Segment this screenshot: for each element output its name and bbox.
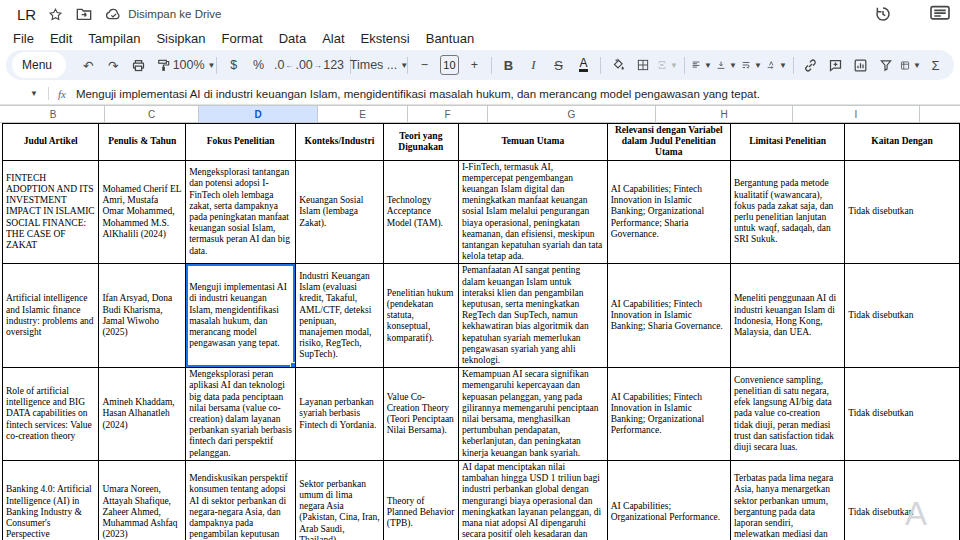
version-history-button[interactable] xyxy=(874,5,892,23)
header-cell-C[interactable]: Penulis & Tahun xyxy=(99,124,186,161)
cell-H-row4[interactable]: AI Capabilities; Organizational Performa… xyxy=(607,460,730,540)
font-size-input[interactable]: 10 xyxy=(440,55,459,75)
header-cell-D[interactable]: Fokus Penelitian xyxy=(186,124,296,161)
cell-I-row2[interactable]: Meneliti penggunaan AI di industri keuan… xyxy=(730,264,844,368)
cell-E-row3[interactable]: Layanan perbankan syariah berbasis Finte… xyxy=(296,368,384,461)
zoom-select[interactable]: 100%▼ xyxy=(176,53,212,77)
menu-format[interactable]: Format xyxy=(214,30,271,47)
cell-I-row1[interactable]: Bergantung pada metode kualitatif (wawan… xyxy=(730,160,844,264)
menu-sisipkan[interactable]: Sisipkan xyxy=(148,30,213,47)
column-header-C[interactable]: C xyxy=(105,106,199,122)
format-currency-button[interactable]: $ xyxy=(221,53,246,77)
menu-file[interactable]: File xyxy=(5,30,42,47)
cell-G-row2[interactable]: Pemanfaatan AI sangat penting dalam keua… xyxy=(458,264,607,368)
column-header-D[interactable]: D xyxy=(199,106,318,122)
cell-H-row1[interactable]: AI Capabilities; Fintech Innovation in I… xyxy=(607,160,730,264)
strikethrough-button[interactable]: S xyxy=(546,53,571,77)
functions-button[interactable]: Σ xyxy=(923,53,948,77)
column-header-I[interactable]: I xyxy=(793,106,920,122)
table-views-button[interactable]: ▼ xyxy=(898,53,923,77)
menu-tampilan[interactable]: Tampilan xyxy=(80,30,148,47)
header-cell-G[interactable]: Temuan Utama xyxy=(458,124,607,161)
decrease-decimal-button[interactable]: .0← xyxy=(271,53,296,77)
format-percent-button[interactable]: % xyxy=(246,53,271,77)
cell-E-row4[interactable]: Sektor perbankan umum di lima negara Asi… xyxy=(296,460,384,540)
cell-H-row2[interactable]: AI Capabilities; Fintech Innovation in I… xyxy=(607,264,730,368)
menu-ekstensi[interactable]: Ekstensi xyxy=(353,30,418,47)
column-header-E[interactable]: E xyxy=(318,106,408,122)
cell-F-row2[interactable]: Penelitian hukum (pendekatan statuta, ko… xyxy=(383,264,458,368)
cell-G-row4[interactable]: AI dapat menciptakan nilai tambahan hing… xyxy=(458,460,607,540)
print-button[interactable] xyxy=(126,53,151,77)
cell-J-row1[interactable]: Tidak disebutkan xyxy=(845,160,960,264)
cell-D-row3[interactable]: Mengeksplorasi peran aplikasi AI dan tek… xyxy=(186,368,296,461)
header-cell-E[interactable]: Konteks/Industri xyxy=(296,124,384,161)
decrease-font-size-button[interactable]: − xyxy=(412,53,437,77)
menu-bantuan[interactable]: Bantuan xyxy=(418,30,482,47)
column-header-G[interactable]: G xyxy=(488,106,656,122)
cell-E-row2[interactable]: Industri Keuangan Islam (evaluasi kredit… xyxy=(296,264,384,368)
borders-button[interactable] xyxy=(630,53,655,77)
cell-B-row4[interactable]: Banking 4.0: Artificial Intelligence (AI… xyxy=(3,460,99,540)
selection-fill-handle[interactable] xyxy=(290,362,296,368)
insert-comment-button[interactable] xyxy=(823,53,848,77)
cell-B-row1[interactable]: FINTECH ADOPTION AND ITS INVESTMENT IMPA… xyxy=(3,160,99,264)
column-header-H[interactable]: H xyxy=(656,106,793,122)
name-box-dropdown[interactable]: ▼ xyxy=(30,89,38,98)
fill-color-button[interactable] xyxy=(605,53,630,77)
cell-I-row3[interactable]: Convenience sampling, penelitian di satu… xyxy=(730,368,844,461)
number-format-button[interactable]: 123 xyxy=(321,53,346,77)
cell-B-row3[interactable]: Role of artificial intelligence and BIG … xyxy=(3,368,99,461)
saved-status-chip[interactable]: Disimpan ke Drive xyxy=(105,7,221,21)
redo-button[interactable]: ↷ xyxy=(101,53,126,77)
cell-J-row2[interactable]: Tidak disebutkan xyxy=(845,264,960,368)
header-cell-I[interactable]: Limitasi Penelitian xyxy=(730,124,844,161)
cell-C-row4[interactable]: Umara Noreen, Attayah Shafique, Zaheer A… xyxy=(99,460,186,540)
font-name-select[interactable]: Times ...▼ xyxy=(355,53,403,77)
menu-data[interactable]: Data xyxy=(271,30,314,47)
cell-F-row1[interactable]: Technology Acceptance Model (TAM). xyxy=(383,160,458,264)
comments-button[interactable] xyxy=(929,5,951,23)
cell-F-row3[interactable]: Value Co-Creation Theory (Teori Pencipta… xyxy=(383,368,458,461)
text-rotation-button[interactable]: ▼ xyxy=(764,53,789,77)
move-folder-button[interactable] xyxy=(76,7,92,21)
cell-F-row4[interactable]: Theory of Planned Behavior (TPB). xyxy=(383,460,458,540)
header-cell-B[interactable]: Judul Artikel xyxy=(3,124,99,161)
increase-decimal-button[interactable]: .00→ xyxy=(296,53,321,77)
cell-G-row1[interactable]: I-FinTech, termasuk AI, mempercepat peng… xyxy=(458,160,607,264)
star-button[interactable] xyxy=(48,7,63,22)
bold-button[interactable]: B xyxy=(496,53,521,77)
cell-I-row4[interactable]: Terbatas pada lima negara Asia, hanya me… xyxy=(730,460,844,540)
text-wrap-button[interactable]: ▼ xyxy=(739,53,764,77)
create-filter-button[interactable] xyxy=(873,53,898,77)
header-cell-J[interactable]: Kaitan Dengan xyxy=(845,124,960,161)
menus-search-pill[interactable]: Menu xyxy=(12,52,66,78)
column-header-F[interactable]: F xyxy=(408,106,488,122)
cell-J-row3[interactable]: Tidak disebutkan xyxy=(845,368,960,461)
column-header-B[interactable]: B xyxy=(2,106,105,122)
increase-font-size-button[interactable]: + xyxy=(462,53,487,77)
vertical-align-button[interactable]: ▼ xyxy=(714,53,739,77)
insert-chart-button[interactable] xyxy=(848,53,873,77)
formula-input[interactable]: Menguji implementasi AI di industri keua… xyxy=(76,88,760,100)
insert-link-button[interactable] xyxy=(798,53,823,77)
cell-G-row3[interactable]: Kemampuan AI secara signifikan memengaru… xyxy=(458,368,607,461)
cell-C-row2[interactable]: Ifan Arsyad, Dona Budi Kharisma, Jamal W… xyxy=(99,264,186,368)
cell-D-row1[interactable]: Mengeksplorasi tantangan dan potensi ado… xyxy=(186,160,296,264)
cell-C-row1[interactable]: Mohamed Cherif EL Amri, Mustafa Omar Moh… xyxy=(99,160,186,264)
merge-cells-button[interactable]: ▼ xyxy=(655,53,680,77)
menu-alat[interactable]: Alat xyxy=(314,30,352,47)
cell-J-row4[interactable]: Tidak disebutkan xyxy=(845,460,960,540)
undo-button[interactable]: ↶ xyxy=(76,53,101,77)
text-color-button[interactable]: A xyxy=(571,53,596,77)
cell-D-row4[interactable]: Mendiskusikan perspektif konsumen tentan… xyxy=(186,460,296,540)
horizontal-align-button[interactable]: ▼ xyxy=(689,53,714,77)
cell-C-row3[interactable]: Amineh Khaddam, Hasan Alhanatleh (2024) xyxy=(99,368,186,461)
italic-button[interactable]: I xyxy=(521,53,546,77)
cell-H-row3[interactable]: AI Capabilities; Fintech Innovation in I… xyxy=(607,368,730,461)
menu-edit[interactable]: Edit xyxy=(42,30,80,47)
column-header-J[interactable]: J xyxy=(920,106,960,122)
cell-E-row1[interactable]: Keuangan Sosial Islam (lembaga Zakat). xyxy=(296,160,384,264)
header-cell-F[interactable]: Teori yang Digunakan xyxy=(383,124,458,161)
document-title[interactable]: LR xyxy=(17,6,36,23)
